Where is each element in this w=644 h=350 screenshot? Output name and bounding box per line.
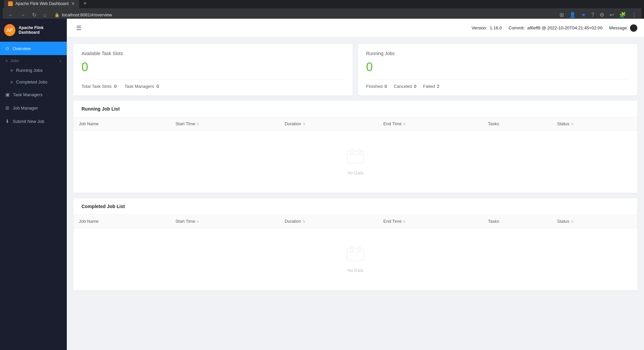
message-label: Message:: [609, 25, 628, 30]
col-end-time[interactable]: End Time⇅: [378, 117, 483, 131]
sidebar-item-running-jobs[interactable]: Running Jobs: [0, 64, 67, 76]
running-no-data-text: No Data: [79, 170, 632, 175]
running-jobs-title: Running Jobs: [366, 51, 629, 56]
jobs-icon: ≡: [5, 58, 8, 63]
version-info: Version: 1.16.0: [472, 25, 502, 30]
sort-icon: ⇅: [571, 122, 574, 126]
back-browser-button[interactable]: ↩: [608, 10, 616, 19]
sidebar-item-task-managers[interactable]: ▣ Task Managers: [0, 88, 67, 101]
menu-toggle-button[interactable]: ☰: [73, 23, 84, 33]
task-managers-label: Task Managers: [13, 92, 42, 97]
col-tasks: Tasks: [483, 215, 552, 228]
logo-text: Apache Flink Dashboard: [19, 25, 63, 35]
running-jobs-label: Running Jobs: [16, 68, 43, 73]
bookmark-button[interactable]: ★: [579, 10, 588, 19]
svg-rect-1: [350, 149, 353, 154]
version-value: 1.16.0: [490, 25, 502, 30]
browser-actions: ⊞ 👤 ★ ? ⚙ ↩ 🧩 ⋮: [557, 10, 639, 19]
overview-cards: Available Task Slots 0 Total Task Slots …: [73, 44, 637, 96]
settings-button[interactable]: ⚙: [598, 10, 606, 19]
sort-icon: ⇅: [196, 122, 199, 126]
app-container: AF Apache Flink Dashboard ⊙ Overview ≡ J…: [0, 19, 644, 350]
completed-job-table-header-row: Job Name Start Time⇅ Duration⇅ End Time⇅…: [73, 215, 637, 228]
sort-icon: ⇅: [303, 220, 305, 223]
sort-icon: ⇅: [403, 220, 406, 223]
running-jobs-dot-icon: [11, 69, 13, 71]
canceled-value: 0: [414, 84, 416, 89]
col-status[interactable]: Status⇅: [552, 215, 637, 228]
col-start-time[interactable]: Start Time⇅: [170, 117, 279, 131]
total-task-slots-stat: Total Task Slots 0: [82, 84, 117, 89]
sort-icon: ⇅: [196, 220, 199, 223]
no-data-icon: [79, 245, 632, 265]
profile-button[interactable]: 👤: [567, 10, 578, 19]
running-job-list-header: Running Job List: [73, 101, 637, 117]
sidebar-item-overview[interactable]: ⊙ Overview: [0, 42, 67, 55]
completed-jobs-label: Completed Jobs: [16, 79, 47, 84]
canceled-stat: Canceled 0: [393, 84, 416, 89]
close-tab-button[interactable]: ✕: [71, 1, 75, 6]
available-task-slots-value: 0: [82, 60, 345, 74]
forward-button[interactable]: →: [17, 11, 28, 19]
available-task-slots-stats: Total Task Slots 0 Task Managers 0: [82, 79, 345, 89]
running-job-table: Job Name Start Time⇅ Duration⇅ End Time⇅…: [73, 117, 637, 193]
back-button[interactable]: ←: [5, 11, 16, 19]
failed-value: 2: [437, 84, 439, 89]
home-button[interactable]: ⌂: [40, 11, 49, 19]
col-duration[interactable]: Duration⇅: [279, 215, 378, 228]
extensions-button[interactable]: ⊞: [557, 10, 566, 19]
running-job-list-section: Running Job List Job Name Start Time⇅ Du…: [73, 101, 637, 193]
overview-icon: ⊙: [5, 46, 9, 51]
sidebar-logo: AF Apache Flink Dashboard: [0, 19, 67, 42]
submit-job-label: Submit New Job: [13, 119, 44, 124]
no-data-icon: [79, 148, 632, 168]
sort-icon: ⇅: [303, 122, 305, 126]
browser-tab[interactable]: Apache Flink Web Dashboard ✕: [4, 0, 79, 8]
completed-job-list-header: Completed Job List: [73, 198, 637, 215]
running-job-table-header-row: Job Name Start Time⇅ Duration⇅ End Time⇅…: [73, 117, 637, 131]
available-task-slots-card: Available Task Slots 0 Total Task Slots …: [73, 44, 353, 96]
submit-job-icon: ⬇: [5, 119, 9, 124]
running-jobs-card: Running Jobs 0 Finished 0 Canceled 0 Fai…: [358, 44, 637, 96]
available-task-slots-title: Available Task Slots: [82, 51, 345, 56]
canceled-label: Canceled: [393, 84, 412, 89]
security-icon: 🔒: [54, 13, 59, 17]
sidebar-item-label: Overview: [13, 46, 31, 51]
running-jobs-value: 0: [366, 60, 629, 74]
sidebar-section-jobs[interactable]: ≡ Jobs ∧: [0, 55, 67, 64]
finished-stat: Finished 0: [366, 84, 387, 89]
task-managers-value: 0: [157, 84, 159, 89]
svg-rect-3: [347, 249, 364, 260]
col-duration[interactable]: Duration⇅: [279, 117, 378, 131]
url-text: localhost:8081/#/overview: [62, 12, 112, 17]
col-job-name: Job Name: [73, 117, 170, 131]
tab-title: Apache Flink Web Dashboard: [15, 1, 68, 6]
col-end-time[interactable]: End Time⇅: [378, 215, 483, 228]
help-button[interactable]: ?: [589, 11, 596, 19]
completed-no-data-text: No Data: [79, 268, 632, 273]
address-bar[interactable]: 🔒 localhost:8081/#/overview: [50, 11, 556, 19]
commit-info: Commit: af6eff8 @ 2022-10-20T04:21:45+02…: [509, 25, 603, 30]
sidebar: AF Apache Flink Dashboard ⊙ Overview ≡ J…: [0, 19, 67, 350]
message-count-badge: 0: [630, 24, 637, 32]
col-status[interactable]: Status⇅: [552, 117, 637, 131]
job-manager-icon: ⊞: [5, 105, 9, 111]
menu-button[interactable]: ⋮: [629, 10, 639, 19]
extensions2-button[interactable]: 🧩: [617, 10, 628, 19]
new-tab-button[interactable]: +: [80, 0, 90, 8]
sidebar-item-completed-jobs[interactable]: Completed Jobs: [0, 76, 67, 88]
svg-rect-5: [358, 246, 360, 251]
task-managers-label: Task Managers: [125, 84, 154, 89]
col-job-name: Job Name: [73, 215, 170, 228]
completed-job-list-section: Completed Job List Job Name Start Time⇅ …: [73, 198, 637, 291]
top-header: ☰ Version: 1.16.0 Commit: af6eff8 @ 2022…: [67, 19, 644, 37]
sidebar-item-submit-new-job[interactable]: ⬇ Submit New Job: [0, 115, 67, 128]
sidebar-item-job-manager[interactable]: ⊞ Job Manager: [0, 101, 67, 115]
sort-icon: ⇅: [571, 220, 574, 223]
total-task-slots-value: 0: [114, 84, 117, 89]
svg-rect-4: [350, 246, 353, 251]
col-start-time[interactable]: Start Time⇅: [170, 215, 279, 228]
finished-value: 0: [384, 84, 387, 89]
refresh-button[interactable]: ↻: [29, 10, 39, 19]
message-info: Message: 0: [609, 24, 637, 32]
